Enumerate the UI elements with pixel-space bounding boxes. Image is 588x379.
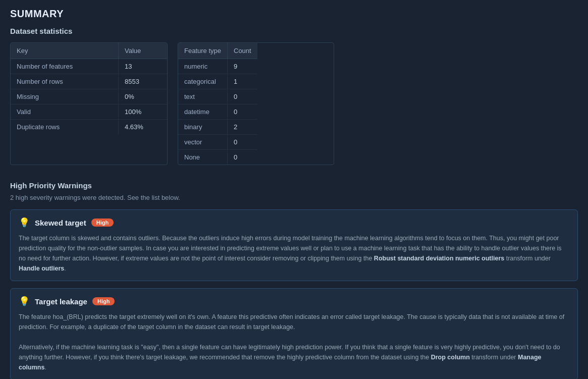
left-table-key: Valid: [11, 104, 118, 120]
right-table-feature-type: text: [178, 89, 228, 104]
right-table-count: 0: [228, 150, 257, 165]
right-table-feature-type: binary: [178, 120, 228, 135]
warning-title-2: Target leakage: [35, 297, 87, 306]
left-table-key: Missing: [11, 89, 118, 104]
right-table-feature-type: None: [178, 150, 228, 165]
warning-header-1: 💡 Skewed target High: [19, 217, 569, 228]
left-table-key: Duplicate rows: [11, 120, 118, 135]
left-table-value: 0%: [118, 89, 167, 104]
right-table: Feature type Count numeric9categorical1t…: [178, 43, 257, 165]
table-row: Valid100%: [11, 104, 167, 120]
warning-body-2: The feature hoa_(BRL) predicts the targe…: [19, 312, 569, 372]
right-table-feature-type: categorical: [178, 74, 228, 89]
warning-body-1: The target column is skewed and contains…: [19, 233, 569, 274]
warnings-subtitle: 2 high severity warnings were detected. …: [10, 194, 578, 201]
left-table-value: 100%: [118, 104, 167, 120]
warnings-title: High Priority Warnings: [10, 181, 578, 190]
warning-badge-1: High: [91, 219, 114, 227]
left-col-value: Value: [118, 43, 167, 59]
warnings-section: High Priority Warnings 2 high severity w…: [10, 181, 578, 379]
warning-title-1: Skewed target: [35, 219, 86, 227]
left-table-value: 8553: [118, 74, 167, 89]
right-table-count: 0: [228, 89, 257, 104]
warning-card-target-leakage: 💡 Target leakage High The feature hoa_(B…: [10, 288, 578, 379]
table-row: datetime0: [178, 104, 257, 120]
warning-icon-2: 💡: [19, 296, 30, 307]
table-row: text0: [178, 89, 257, 104]
right-col-feature-type: Feature type: [178, 43, 228, 59]
table-row: binary2: [178, 120, 257, 135]
right-table-feature-type: datetime: [178, 104, 228, 120]
right-table-count: 0: [228, 104, 257, 120]
right-table-count: 0: [228, 135, 257, 150]
right-table-count: 2: [228, 120, 257, 135]
left-table-key: Number of rows: [11, 74, 118, 89]
dataset-statistics-section: Dataset statistics Key Value Number of f…: [10, 27, 578, 165]
table-row: Missing0%: [11, 89, 167, 104]
table-row: None0: [178, 150, 257, 165]
left-table-value: 13: [118, 59, 167, 74]
left-col-key: Key: [11, 43, 118, 59]
table-row: categorical1: [178, 74, 257, 89]
right-table-count: 9: [228, 59, 257, 74]
table-row: Duplicate rows4.63%: [11, 120, 167, 135]
table-row: numeric9: [178, 59, 257, 74]
dataset-statistics-title: Dataset statistics: [10, 27, 578, 35]
left-table: Key Value Number of features13Number of …: [11, 43, 167, 134]
warning-card-skewed-target: 💡 Skewed target High The target column i…: [10, 209, 578, 281]
right-table-count: 1: [228, 74, 257, 89]
right-table-wrapper: Feature type Count numeric9categorical1t…: [178, 42, 334, 165]
warning-badge-2: High: [92, 297, 115, 305]
left-table-value: 4.63%: [118, 120, 167, 135]
right-table-feature-type: vector: [178, 135, 228, 150]
table-row: vector0: [178, 135, 257, 150]
right-col-count: Count: [228, 43, 257, 59]
warning-header-2: 💡 Target leakage High: [19, 296, 569, 307]
table-row: Number of features13: [11, 59, 167, 74]
left-table-wrapper: Key Value Number of features13Number of …: [10, 42, 168, 165]
right-table-feature-type: numeric: [178, 59, 228, 74]
table-row: Number of rows8553: [11, 74, 167, 89]
left-table-key: Number of features: [11, 59, 118, 74]
warning-icon-1: 💡: [19, 217, 30, 228]
tables-container: Key Value Number of features13Number of …: [10, 42, 578, 165]
page-title: SUMMARY: [10, 8, 578, 20]
